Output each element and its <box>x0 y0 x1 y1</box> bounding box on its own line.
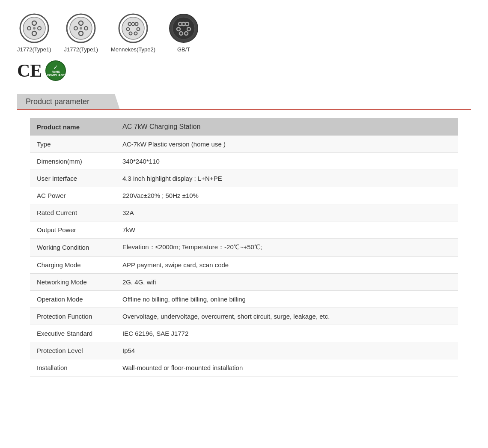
param-label: Protection Level <box>30 342 116 359</box>
table-row: Charging ModeAPP payment, swipe card, sc… <box>30 257 458 274</box>
connectors-section: J1772(Type1) J1772(Type1) <box>17 9 471 53</box>
param-label: User Interface <box>30 170 116 187</box>
connector-icon-mennekes <box>118 13 149 44</box>
param-value: 4.3 inch highlight display ; L+N+PE <box>116 170 458 187</box>
svg-point-24 <box>173 17 195 39</box>
param-value: 340*240*110 <box>116 153 458 170</box>
param-label: AC Power <box>30 187 116 204</box>
param-value: 220Vac±20% ; 50Hz ±10% <box>116 187 458 204</box>
rohs-checkmark: ✓ <box>53 64 58 70</box>
param-value: 2G, 4G, wifi <box>116 274 458 291</box>
param-value: 7kW <box>116 221 458 239</box>
table-row: TypeAC-7kW Plastic version (home use ) <box>30 136 458 153</box>
param-label: Product name <box>30 118 116 136</box>
param-value: Wall-mounted or floor-mounted installati… <box>116 359 458 376</box>
section-header-title: Product parameter <box>26 97 89 106</box>
param-value: Elevation：≤2000m; Temperature：-20℃~+50℃; <box>116 239 458 257</box>
param-label: Operation Mode <box>30 291 116 308</box>
param-value: Ip54 <box>116 342 458 359</box>
connector-j1772-type1-a: J1772(Type1) <box>17 13 51 53</box>
table-row: Protection LevelIp54 <box>30 342 458 359</box>
section-header-line <box>17 109 471 110</box>
connector-gbt: GB/T <box>168 13 199 53</box>
param-label: Installation <box>30 359 116 376</box>
param-label: Charging Mode <box>30 257 116 274</box>
rohs-text: RoHSCOMPLIANT <box>47 70 65 77</box>
section-header: Product parameter <box>17 94 471 110</box>
param-table: Product nameAC 7kW Charging StationTypeA… <box>30 118 458 376</box>
table-row: User Interface4.3 inch highlight display… <box>30 170 458 187</box>
param-value: 32A <box>116 204 458 221</box>
connector-label-j1772-b: J1772(Type1) <box>64 46 98 53</box>
table-row: InstallationWall-mounted or floor-mounte… <box>30 359 458 376</box>
param-value: IEC 62196, SAE J1772 <box>116 325 458 342</box>
param-label: Protection Function <box>30 308 116 325</box>
table-row: Executive StandardIEC 62196, SAE J1772 <box>30 325 458 342</box>
table-row: Dimension(mm)340*240*110 <box>30 153 458 170</box>
table-row: Product nameAC 7kW Charging Station <box>30 118 458 136</box>
rohs-badge: ✓ RoHSCOMPLIANT <box>45 60 66 81</box>
table-row: AC Power220Vac±20% ; 50Hz ±10% <box>30 187 458 204</box>
svg-point-6 <box>33 27 36 30</box>
connector-label-mennekes: Mennekes(Type2) <box>111 46 155 53</box>
param-value: APP payment, swipe card, scan code <box>116 257 458 274</box>
param-value: Overvoltage, undervoltage, overcurrent, … <box>116 308 458 325</box>
table-row: Networking Mode2G, 4G, wifi <box>30 274 458 291</box>
connector-icon-j1772-b <box>65 13 96 44</box>
param-label: Executive Standard <box>30 325 116 342</box>
table-row: Working ConditionElevation：≤2000m; Tempe… <box>30 239 458 257</box>
table-row: Protection FunctionOvervoltage, undervol… <box>30 308 458 325</box>
param-value: AC 7kW Charging Station <box>116 118 458 136</box>
table-row: Operation ModeOffline no billing, offlin… <box>30 291 458 308</box>
param-label: Rated Current <box>30 204 116 221</box>
svg-point-15 <box>122 17 144 39</box>
connector-label-gbt: GB/T <box>177 46 190 53</box>
table-row: Output Power7kW <box>30 221 458 239</box>
param-label: Output Power <box>30 221 116 239</box>
cert-section: CE ✓ RoHSCOMPLIANT <box>17 60 471 81</box>
connector-label-j1772-a: J1772(Type1) <box>17 46 51 53</box>
connector-j1772-type1-b: J1772(Type1) <box>64 13 98 53</box>
param-label: Type <box>30 136 116 153</box>
table-row: Rated Current32A <box>30 204 458 221</box>
param-label: Networking Mode <box>30 274 116 291</box>
page-wrapper: J1772(Type1) J1772(Type1) <box>0 0 488 394</box>
ce-badge: CE <box>17 62 42 80</box>
connector-icon-j1772-a <box>19 13 50 44</box>
connector-icon-gbt <box>168 13 199 44</box>
param-value: AC-7kW Plastic version (home use ) <box>116 136 458 153</box>
section-header-bg: Product parameter <box>17 94 120 110</box>
svg-point-13 <box>80 27 82 30</box>
param-label: Working Condition <box>30 239 116 257</box>
connector-mennekes-type2: Mennekes(Type2) <box>111 13 155 53</box>
param-label: Dimension(mm) <box>30 153 116 170</box>
param-value: Offline no billing, offline billing, onl… <box>116 291 458 308</box>
